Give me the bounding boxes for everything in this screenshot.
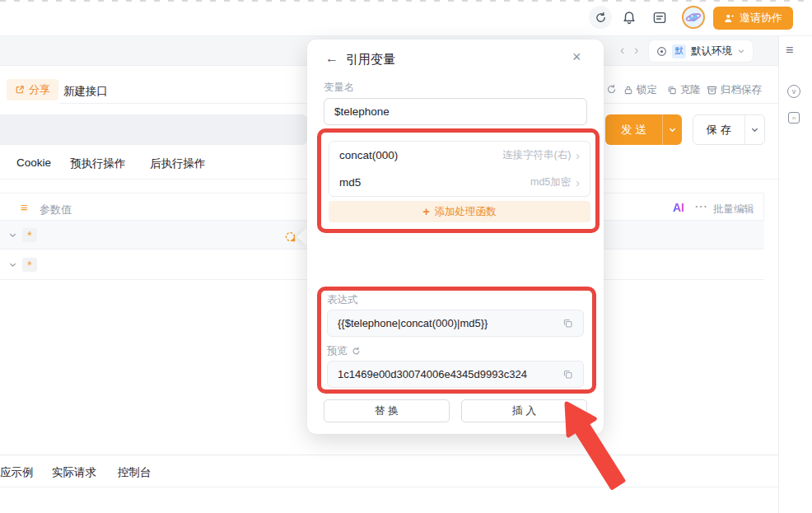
nav-back-icon[interactable]: ‹ [620,44,624,57]
clone-button[interactable]: 克隆 [667,83,701,97]
modal-title: 引用变量 [346,52,395,68]
save-label: 保 存 [693,115,744,144]
chevron-down-icon [737,47,745,55]
drag-handle-icon[interactable]: ≡ [21,200,28,214]
sidebar-menu-icon[interactable]: ≡ [786,43,793,58]
user-avatar[interactable] [682,6,705,29]
clone-icon [667,85,677,96]
tab-console[interactable]: 控制台 [118,465,152,480]
history-icon[interactable] [606,84,617,95]
tab-pre-actions[interactable]: 预执行操作 [70,156,126,171]
archive-save-label: 归档保存 [721,83,762,97]
magic-variable-icon[interactable] [284,231,297,244]
annotation-arrow [531,384,642,499]
top-bar: 邀请协作 [0,0,812,36]
version-icon[interactable]: v [787,85,800,98]
invite-collaborate-label: 邀请协作 [740,11,782,26]
more-options-icon[interactable]: ⋯ [694,198,707,214]
required-badge: * [22,258,37,272]
environment-target-icon [656,46,667,57]
request-url-input[interactable] [0,114,307,145]
bottom-panel-divider [0,455,778,455]
environment-name: 默认环境 [691,44,732,58]
environment-badge: 默 [672,44,686,58]
tab-post-actions[interactable]: 后执行操作 [150,156,206,171]
feedback-button[interactable] [652,11,667,25]
window-top-dashes [0,0,812,2]
batch-edit-button[interactable]: 批量编辑 [713,203,754,217]
app-window: 邀请协作 ‹ › 默 默认环境 分享 新建接口 [0,0,812,513]
right-sidebar [778,36,812,513]
send-chevron-down-icon[interactable] [663,114,682,145]
save-button[interactable]: 保 存 [693,114,765,145]
code-panel-icon[interactable]: ‹› [788,112,800,124]
bottom-tabs-divider [0,487,778,487]
share-icon [15,85,25,95]
required-badge: * [22,228,37,242]
lock-icon [623,85,633,96]
share-label: 分享 [29,82,50,97]
archive-save-button[interactable]: 归档保存 [707,83,762,97]
row-expand-chevron-icon[interactable] [8,260,17,269]
send-label: 发 送 [605,114,662,145]
notifications-button[interactable] [622,10,637,26]
save-chevron-down-icon[interactable] [745,115,764,144]
environment-selector[interactable]: 默 默认环境 [649,40,753,62]
clone-label: 克隆 [680,83,701,97]
sync-icon [595,12,607,24]
tab-new-api[interactable]: 新建接口 [63,84,108,99]
close-icon[interactable]: × [572,49,581,66]
bell-icon [622,10,637,26]
column-header-param-value: 参数值 [40,203,72,217]
tab-cookie[interactable]: Cookie [16,156,51,169]
lock-label: 锁定 [637,83,657,97]
tab-actual-request[interactable]: 实际请求 [52,465,96,480]
row-expand-chevron-icon[interactable] [8,231,17,240]
annotation-rect-functions [317,128,600,233]
ai-button[interactable]: AI [673,201,684,214]
variable-name-label: 变量名 [324,81,355,95]
invite-collaborate-button[interactable]: 邀请协作 [713,7,793,30]
variable-name-input[interactable] [334,105,576,118]
feedback-icon [652,11,667,25]
back-icon[interactable]: ← [325,51,338,66]
nav-forward-icon[interactable]: › [634,44,638,57]
lock-button[interactable]: 锁定 [623,83,657,97]
variable-name-field [324,98,587,125]
replace-button[interactable]: 替 换 [324,399,450,422]
tab-response-example[interactable]: 应示例 [0,465,34,480]
annotation-rect-expression [317,287,596,394]
share-button[interactable]: 分享 [7,79,58,100]
sync-button[interactable] [589,6,612,29]
archive-icon [707,85,717,96]
send-button[interactable]: 发 送 [605,114,682,145]
person-add-icon [724,13,735,24]
planet-icon [685,9,702,26]
